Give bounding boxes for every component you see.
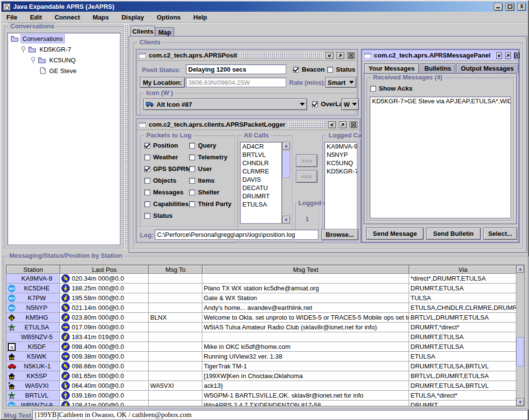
packet-checkbox-position[interactable]: Position (144, 142, 189, 149)
my-location-button[interactable]: My Location: (140, 77, 185, 88)
select-button[interactable]: Select... (483, 228, 517, 240)
checkbox-box[interactable] (189, 154, 195, 160)
all-calls-scrollbar[interactable]: ▲ ▼ (282, 142, 290, 224)
packet-checkbox-third-party[interactable]: Third Party (189, 200, 233, 208)
menu-item-help[interactable]: Help (194, 14, 207, 21)
table-row[interactable]: NBRTLVL039.16m 000@0.0 W5GPM-1 BARTLSVIL… (6, 391, 517, 401)
menu-item-display[interactable]: Display (121, 14, 144, 21)
log-path-field[interactable]: C:\Perforce\Personal\gregg\aprs\logs\pos… (155, 229, 318, 240)
overlay-letter-combobox[interactable]: W (341, 98, 359, 110)
checkbox-box[interactable] (144, 190, 150, 195)
column-header-msg-to[interactable]: Msg To (149, 265, 202, 274)
checkbox-box[interactable] (189, 143, 195, 149)
packet-checkbox-messages[interactable]: Messages (144, 189, 189, 196)
received-messages-list[interactable]: KD5KGR-7>GE Steve via APJEAP,ETULSA*,WID… (370, 96, 511, 218)
packet-checkbox-status[interactable]: Status (144, 212, 189, 219)
move-left-button[interactable]: <<< (296, 170, 317, 183)
tree-node-kd5kgr-7[interactable]: KD5KGR-7 (8, 44, 120, 55)
messagepanel-titlebar[interactable]: com.c2_tech.aprs.APRSMessagePanel (362, 50, 518, 61)
logged-calls-list[interactable]: KA9MVA-9N5NYPKC5UNQKD5KGR-7 (324, 142, 357, 239)
checkbox-box[interactable] (189, 190, 195, 195)
checkbox-box[interactable] (189, 166, 195, 172)
table-row[interactable]: WXN5NYP021.14m 000@0.0Andy's home... ava… (6, 303, 517, 313)
checkbox-box[interactable] (144, 178, 150, 184)
aprsposit-titlebar[interactable]: com.c2_tech.aprs.APRSPosit (137, 50, 357, 61)
scroll-down-icon[interactable]: ▼ (516, 398, 524, 406)
my-location-field[interactable]: 3606.63N/09604.25W (186, 77, 286, 87)
close-icon[interactable] (350, 121, 357, 128)
table-row[interactable]: WXK7PW195.58m 000@0.0Gate & WX StationTU… (6, 293, 517, 303)
table-row[interactable]: WB5NZV-5183.41m 019@0.0DRUMRT,ETULSA (6, 332, 517, 342)
all-calls-item[interactable]: AD4CR (240, 142, 281, 151)
checkbox-box[interactable] (144, 201, 150, 207)
table-row[interactable]: WXWB5NZV-9108.41m 000@0.0WinAPRS 2.4.7 T… (6, 401, 517, 406)
checkbox-box[interactable] (144, 143, 150, 149)
table-row[interactable]: WXKC5DHE188.25m 000@0.0Plano TX WX stati… (6, 284, 517, 293)
iconify-icon[interactable] (326, 52, 333, 59)
all-calls-item[interactable]: CHNDLR (240, 159, 281, 167)
status-checkbox-box[interactable] (327, 67, 333, 73)
menu-item-connect[interactable]: Connect (55, 14, 80, 21)
message-tab-bulletins[interactable]: Bulletins (420, 63, 455, 73)
packetlogger-titlebar[interactable]: com.c2_tech.aprs.clients.APRSPacketLogge… (137, 119, 359, 130)
show-acks-checkbox[interactable]: Show Acks (370, 85, 412, 92)
menu-item-options[interactable]: Options (157, 14, 180, 21)
close-icon[interactable] (347, 52, 355, 59)
packet-checkbox-telemetry[interactable]: Telemetry (189, 153, 233, 161)
send-message-button[interactable]: Send Message (366, 228, 424, 240)
all-calls-item[interactable]: BRTLVL (240, 151, 281, 159)
posit-status-field[interactable]: Delaying 1200 secs (186, 64, 286, 74)
packet-checkbox-query[interactable]: Query (189, 142, 233, 149)
checkbox-box[interactable] (189, 201, 195, 207)
table-row[interactable]: πKI5DF098.40m 000@0.0Mike in OKC ki5df@h… (6, 342, 517, 352)
tree-expand-handle-icon[interactable] (20, 46, 26, 53)
packet-checkbox-capabilities[interactable]: Capabilities (144, 200, 189, 208)
scrollbar-thumb[interactable] (516, 337, 524, 366)
iconify-icon[interactable] (496, 52, 502, 59)
tree-expand-handle-icon[interactable] (30, 57, 36, 63)
iconify-icon[interactable] (328, 121, 336, 128)
window-minimize-button[interactable] (494, 3, 503, 11)
beacon-checkbox-box[interactable] (293, 67, 299, 73)
all-calls-list[interactable]: AD4CRBRTLVLCHNDLRCLRMREDAVISDECATUDRUMRT… (240, 142, 282, 224)
maximize-icon[interactable] (339, 121, 347, 128)
tab-map[interactable]: Map (156, 27, 174, 37)
all-calls-item[interactable]: ETULSA (240, 200, 281, 209)
logged-calls-item[interactable]: KD5KGR-7 (325, 167, 357, 175)
column-header-station[interactable]: Station (6, 265, 60, 274)
packet-checkbox-items[interactable]: Items (189, 177, 233, 184)
maximize-icon[interactable] (505, 52, 511, 59)
table-row[interactable]: N5KUK-1098.66m 000@0.0 TigerTrak TM-1DRU… (6, 362, 517, 371)
menu-item-maps[interactable]: Maps (93, 14, 109, 21)
tree-node-ge-steve[interactable]: GE Steve (8, 65, 120, 76)
send-bulletin-button[interactable]: Send Bulletin (426, 228, 481, 240)
checkbox-box[interactable] (189, 178, 195, 184)
column-header-msg-text[interactable]: Msg Text (202, 265, 409, 274)
scroll-up-icon[interactable]: ▲ (282, 142, 290, 150)
packet-checkbox-gps-gprmc[interactable]: GPS $GPRMC (144, 165, 189, 172)
table-row[interactable]: K5IWK009.38m 000@0.0Running UIView32 ver… (6, 352, 517, 362)
checkbox-box[interactable] (144, 213, 150, 219)
splitpane-divider[interactable] (124, 24, 129, 249)
all-calls-item[interactable]: DECATU (240, 184, 281, 192)
msg-text-field[interactable]: [199YB]Cathleen in Owasso, OK / cathleen… (32, 410, 528, 420)
packet-checkbox-weather[interactable]: Weather (144, 153, 189, 161)
overlay-checkbox-box[interactable] (312, 101, 318, 107)
beacon-checkbox[interactable]: Beacon (293, 66, 325, 73)
logged-calls-item[interactable]: KC5UNQ (325, 159, 357, 167)
icon-combobox[interactable]: Alt Icon #87 (143, 98, 307, 110)
tab-clients[interactable]: Clients (131, 26, 155, 37)
show-acks-checkbox-box[interactable] (370, 86, 376, 92)
packet-checkbox-objects[interactable]: Objects (144, 177, 189, 184)
scroll-up-icon[interactable]: ▲ (516, 265, 524, 273)
maximize-icon[interactable] (336, 52, 344, 59)
column-header-via[interactable]: Via (409, 265, 517, 274)
column-header-last-pos[interactable]: Last Pos (60, 265, 149, 274)
message-tab-your-messages[interactable]: Your Messages (364, 63, 419, 73)
table-row[interactable]: KA9MVA-9020.34m 000@0.0*direct*,DRUMRT,E… (6, 274, 517, 284)
table-row[interactable]: WA5VXI064.40m 000@0.0WA5VXIack13}DRUMRT,… (6, 381, 517, 391)
received-message-item[interactable]: KD5KGR-7>GE Steve via APJEAP,ETULSA*,WID… (370, 97, 510, 105)
move-right-button[interactable]: >>> (296, 154, 317, 167)
checkbox-box[interactable] (144, 154, 150, 160)
packet-checkbox-shelter[interactable]: Shelter (189, 189, 233, 196)
